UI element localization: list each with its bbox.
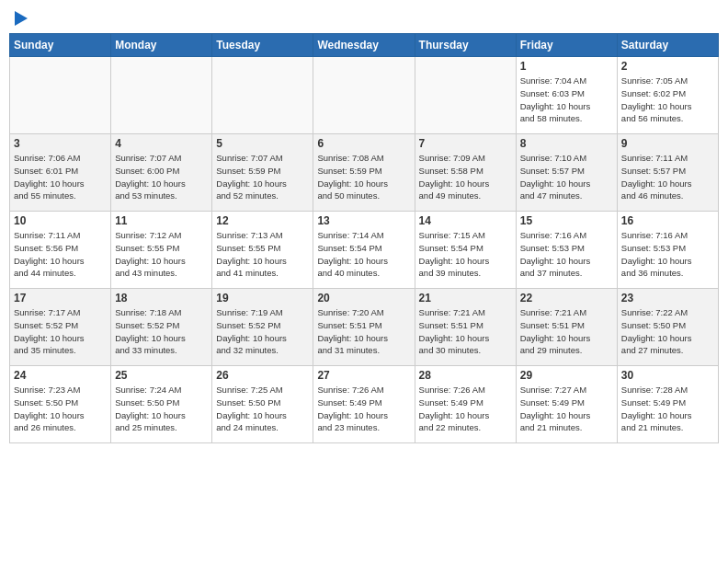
calendar-cell: 14Sunrise: 7:15 AM Sunset: 5:54 PM Dayli…	[415, 212, 516, 289]
day-number: 2	[621, 60, 714, 73]
day-number: 15	[520, 214, 613, 227]
calendar-cell: 7Sunrise: 7:09 AM Sunset: 5:58 PM Daylig…	[415, 134, 516, 212]
day-info: Sunrise: 7:16 AM Sunset: 5:53 PM Dayligh…	[621, 229, 714, 280]
calendar-cell	[111, 57, 212, 134]
day-number: 26	[216, 369, 309, 382]
calendar-cell: 16Sunrise: 7:16 AM Sunset: 5:53 PM Dayli…	[617, 212, 718, 289]
calendar-cell: 3Sunrise: 7:06 AM Sunset: 6:01 PM Daylig…	[10, 134, 111, 212]
calendar-cell: 23Sunrise: 7:22 AM Sunset: 5:50 PM Dayli…	[617, 289, 718, 366]
calendar-cell: 24Sunrise: 7:23 AM Sunset: 5:50 PM Dayli…	[10, 366, 111, 443]
calendar-cell: 20Sunrise: 7:20 AM Sunset: 5:51 PM Dayli…	[313, 289, 415, 366]
day-number: 28	[419, 369, 512, 382]
calendar-cell: 9Sunrise: 7:11 AM Sunset: 5:57 PM Daylig…	[617, 134, 718, 212]
day-number: 25	[115, 369, 208, 382]
calendar-cell: 26Sunrise: 7:25 AM Sunset: 5:50 PM Dayli…	[212, 366, 313, 443]
day-info: Sunrise: 7:19 AM Sunset: 5:52 PM Dayligh…	[216, 306, 309, 357]
day-info: Sunrise: 7:26 AM Sunset: 5:49 PM Dayligh…	[317, 384, 410, 434]
day-info: Sunrise: 7:18 AM Sunset: 5:52 PM Dayligh…	[115, 306, 208, 357]
day-number: 30	[621, 369, 714, 382]
calendar-cell: 11Sunrise: 7:12 AM Sunset: 5:55 PM Dayli…	[111, 212, 212, 289]
calendar-week-2: 3Sunrise: 7:06 AM Sunset: 6:01 PM Daylig…	[10, 134, 719, 212]
weekday-header-thursday: Thursday	[415, 34, 516, 57]
calendar-cell	[415, 57, 516, 134]
day-number: 24	[14, 369, 107, 382]
calendar-cell: 8Sunrise: 7:10 AM Sunset: 5:57 PM Daylig…	[516, 134, 617, 212]
calendar-table: SundayMondayTuesdayWednesdayThursdayFrid…	[9, 33, 719, 443]
day-number: 4	[115, 137, 208, 150]
day-info: Sunrise: 7:23 AM Sunset: 5:50 PM Dayligh…	[14, 384, 107, 434]
calendar-cell: 4Sunrise: 7:07 AM Sunset: 6:00 PM Daylig…	[111, 134, 212, 212]
calendar-cell: 29Sunrise: 7:27 AM Sunset: 5:49 PM Dayli…	[516, 366, 617, 443]
calendar-header-row: SundayMondayTuesdayWednesdayThursdayFrid…	[10, 34, 719, 57]
calendar-cell: 22Sunrise: 7:21 AM Sunset: 5:51 PM Dayli…	[516, 289, 617, 366]
calendar-cell	[10, 57, 111, 134]
calendar-week-5: 24Sunrise: 7:23 AM Sunset: 5:50 PM Dayli…	[10, 366, 719, 443]
day-number: 29	[520, 369, 613, 382]
day-number: 22	[520, 292, 613, 304]
day-info: Sunrise: 7:11 AM Sunset: 5:57 PM Dayligh…	[621, 152, 714, 202]
calendar-week-4: 17Sunrise: 7:17 AM Sunset: 5:52 PM Dayli…	[10, 289, 719, 366]
day-number: 3	[14, 137, 107, 150]
day-number: 7	[419, 137, 512, 150]
day-info: Sunrise: 7:27 AM Sunset: 5:49 PM Dayligh…	[520, 384, 613, 434]
calendar-cell: 1Sunrise: 7:04 AM Sunset: 6:03 PM Daylig…	[516, 57, 617, 134]
day-number: 1	[520, 60, 613, 73]
day-info: Sunrise: 7:16 AM Sunset: 5:53 PM Dayligh…	[520, 229, 613, 280]
day-number: 20	[317, 292, 410, 304]
calendar-cell: 28Sunrise: 7:26 AM Sunset: 5:49 PM Dayli…	[415, 366, 516, 443]
day-info: Sunrise: 7:07 AM Sunset: 5:59 PM Dayligh…	[216, 152, 309, 202]
calendar-cell: 6Sunrise: 7:08 AM Sunset: 5:59 PM Daylig…	[313, 134, 415, 212]
day-number: 5	[216, 137, 309, 150]
day-number: 14	[419, 214, 512, 227]
weekday-header-friday: Friday	[516, 34, 617, 57]
day-number: 17	[14, 292, 107, 304]
day-info: Sunrise: 7:06 AM Sunset: 6:01 PM Dayligh…	[14, 152, 107, 202]
day-number: 8	[520, 137, 613, 150]
day-number: 18	[115, 292, 208, 304]
day-info: Sunrise: 7:11 AM Sunset: 5:56 PM Dayligh…	[14, 229, 107, 280]
day-info: Sunrise: 7:13 AM Sunset: 5:55 PM Dayligh…	[216, 229, 309, 280]
day-info: Sunrise: 7:22 AM Sunset: 5:50 PM Dayligh…	[621, 306, 714, 357]
day-number: 6	[317, 137, 410, 150]
calendar-cell: 12Sunrise: 7:13 AM Sunset: 5:55 PM Dayli…	[212, 212, 313, 289]
day-number: 10	[14, 214, 107, 227]
calendar-cell	[313, 57, 415, 134]
day-info: Sunrise: 7:04 AM Sunset: 6:03 PM Dayligh…	[520, 75, 613, 125]
day-info: Sunrise: 7:20 AM Sunset: 5:51 PM Dayligh…	[317, 306, 410, 357]
day-info: Sunrise: 7:10 AM Sunset: 5:57 PM Dayligh…	[520, 152, 613, 202]
day-number: 9	[621, 137, 714, 150]
day-number: 19	[216, 292, 309, 304]
calendar-cell: 15Sunrise: 7:16 AM Sunset: 5:53 PM Dayli…	[516, 212, 617, 289]
calendar-week-3: 10Sunrise: 7:11 AM Sunset: 5:56 PM Dayli…	[10, 212, 719, 289]
day-info: Sunrise: 7:25 AM Sunset: 5:50 PM Dayligh…	[216, 384, 309, 434]
day-number: 21	[419, 292, 512, 304]
logo-arrow-icon	[15, 11, 28, 26]
day-number: 13	[317, 214, 410, 227]
calendar-cell: 2Sunrise: 7:05 AM Sunset: 6:02 PM Daylig…	[617, 57, 718, 134]
weekday-header-tuesday: Tuesday	[212, 34, 313, 57]
weekday-header-saturday: Saturday	[617, 34, 718, 57]
calendar-cell: 18Sunrise: 7:18 AM Sunset: 5:52 PM Dayli…	[111, 289, 212, 366]
day-info: Sunrise: 7:21 AM Sunset: 5:51 PM Dayligh…	[520, 306, 613, 357]
calendar-cell: 10Sunrise: 7:11 AM Sunset: 5:56 PM Dayli…	[10, 212, 111, 289]
day-info: Sunrise: 7:05 AM Sunset: 6:02 PM Dayligh…	[621, 75, 714, 125]
day-number: 27	[317, 369, 410, 382]
calendar-cell: 27Sunrise: 7:26 AM Sunset: 5:49 PM Dayli…	[313, 366, 415, 443]
day-info: Sunrise: 7:26 AM Sunset: 5:49 PM Dayligh…	[419, 384, 512, 434]
day-number: 16	[621, 214, 714, 227]
calendar-week-1: 1Sunrise: 7:04 AM Sunset: 6:03 PM Daylig…	[10, 57, 719, 134]
calendar-cell: 19Sunrise: 7:19 AM Sunset: 5:52 PM Dayli…	[212, 289, 313, 366]
day-info: Sunrise: 7:21 AM Sunset: 5:51 PM Dayligh…	[419, 306, 512, 357]
page-header	[9, 9, 719, 26]
day-info: Sunrise: 7:28 AM Sunset: 5:49 PM Dayligh…	[621, 384, 714, 434]
day-info: Sunrise: 7:24 AM Sunset: 5:50 PM Dayligh…	[115, 384, 208, 434]
calendar-cell: 25Sunrise: 7:24 AM Sunset: 5:50 PM Dayli…	[111, 366, 212, 443]
day-number: 12	[216, 214, 309, 227]
calendar-cell: 21Sunrise: 7:21 AM Sunset: 5:51 PM Dayli…	[415, 289, 516, 366]
calendar-cell: 13Sunrise: 7:14 AM Sunset: 5:54 PM Dayli…	[313, 212, 415, 289]
day-info: Sunrise: 7:08 AM Sunset: 5:59 PM Dayligh…	[317, 152, 410, 202]
weekday-header-monday: Monday	[111, 34, 212, 57]
calendar-cell: 5Sunrise: 7:07 AM Sunset: 5:59 PM Daylig…	[212, 134, 313, 212]
day-info: Sunrise: 7:12 AM Sunset: 5:55 PM Dayligh…	[115, 229, 208, 280]
calendar-cell: 17Sunrise: 7:17 AM Sunset: 5:52 PM Dayli…	[10, 289, 111, 366]
